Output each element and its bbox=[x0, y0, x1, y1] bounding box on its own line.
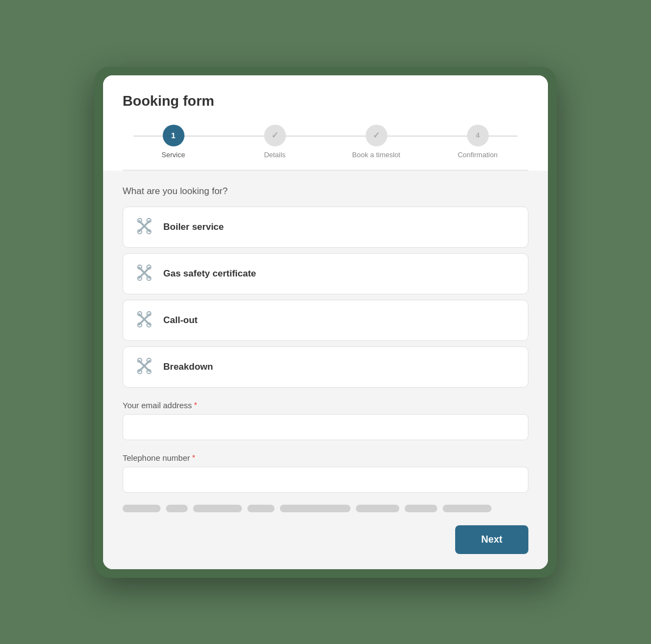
step-details-circle bbox=[264, 125, 286, 146]
phone-label: Telephone number * bbox=[123, 453, 528, 462]
stepper: 1 Service Details Book a timeslot 4 Conf… bbox=[123, 125, 528, 159]
skeleton-8 bbox=[443, 505, 492, 512]
service-option-gas[interactable]: Gas safety certificate bbox=[123, 253, 528, 294]
step-service[interactable]: 1 Service bbox=[123, 125, 224, 159]
modal-title: Booking form bbox=[123, 93, 528, 110]
phone-required-star: * bbox=[192, 453, 195, 462]
email-field-group: Your email address * bbox=[123, 401, 528, 440]
skeleton-row bbox=[123, 505, 528, 512]
service-option-boiler[interactable]: Boiler service bbox=[123, 207, 528, 248]
modal-footer: Next bbox=[103, 525, 548, 569]
phone-input[interactable] bbox=[123, 467, 528, 493]
step-confirmation-label: Confirmation bbox=[458, 151, 498, 159]
step-service-label: Service bbox=[162, 151, 185, 159]
skeleton-6 bbox=[356, 505, 399, 512]
email-required-star: * bbox=[194, 401, 197, 409]
skeleton-1 bbox=[123, 505, 161, 512]
service-option-callout[interactable]: Call-out bbox=[123, 300, 528, 341]
skeleton-4 bbox=[247, 505, 275, 512]
wrench-cross-icon-breakdown bbox=[134, 357, 155, 377]
modal-wrapper: Booking form 1 Service Details Book a ti… bbox=[94, 67, 557, 578]
service-option-breakdown[interactable]: Breakdown bbox=[123, 346, 528, 388]
modal-header: Booking form 1 Service Details Book a ti… bbox=[103, 75, 548, 171]
step-confirmation-circle: 4 bbox=[467, 125, 489, 146]
skeleton-5 bbox=[280, 505, 350, 512]
wrench-cross-icon-callout bbox=[134, 310, 155, 331]
skeleton-3 bbox=[193, 505, 242, 512]
step-timeslot-circle bbox=[366, 125, 387, 146]
phone-field-group: Telephone number * bbox=[123, 453, 528, 493]
skeleton-2 bbox=[166, 505, 188, 512]
step-details-label: Details bbox=[264, 151, 286, 159]
skeleton-7 bbox=[405, 505, 437, 512]
step-confirmation[interactable]: 4 Confirmation bbox=[427, 125, 528, 159]
next-button[interactable]: Next bbox=[455, 525, 528, 554]
wrench-cross-icon-gas bbox=[134, 263, 155, 284]
service-label-breakdown: Breakdown bbox=[163, 362, 213, 372]
step-details[interactable]: Details bbox=[224, 125, 326, 159]
email-label: Your email address * bbox=[123, 401, 528, 410]
service-label-boiler: Boiler service bbox=[163, 222, 224, 233]
wrench-cross-icon-boiler bbox=[134, 217, 155, 237]
step-timeslot-label: Book a timeslot bbox=[352, 151, 400, 159]
step-timeslot[interactable]: Book a timeslot bbox=[326, 125, 427, 159]
email-input[interactable] bbox=[123, 414, 528, 440]
service-label-callout: Call-out bbox=[163, 315, 197, 326]
service-label-gas: Gas safety certificate bbox=[163, 268, 256, 279]
step-service-circle: 1 bbox=[163, 125, 184, 146]
service-question: What are you looking for? bbox=[123, 186, 528, 197]
modal-body: What are you looking for? Boiler service bbox=[103, 171, 548, 525]
booking-modal: Booking form 1 Service Details Book a ti… bbox=[103, 75, 548, 569]
